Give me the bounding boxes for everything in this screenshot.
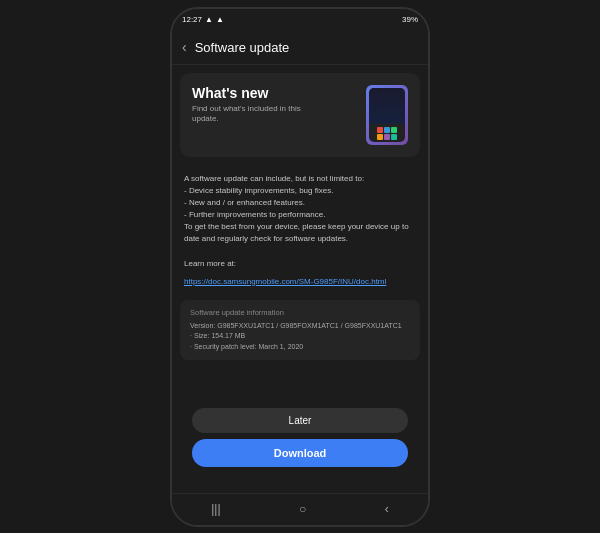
button-section: Later Download <box>172 400 428 475</box>
status-left: 12:27 ▲ ▲ <box>182 15 224 24</box>
later-button[interactable]: Later <box>192 408 408 433</box>
phone-inner <box>369 88 405 142</box>
nav-bar: ||| ○ ‹ <box>172 493 428 525</box>
app-dot-6 <box>391 134 397 140</box>
update-security-patch: · Security patch level: March 1, 2020 <box>190 342 410 353</box>
whats-new-text: What's new Find out what's included in t… <box>192 85 322 125</box>
whats-new-section: What's new Find out what's included in t… <box>180 73 420 157</box>
header-bar: ‹ Software update <box>172 31 428 65</box>
update-size: · Size: 154.17 MB <box>190 331 410 342</box>
home-nav-icon[interactable]: ○ <box>299 502 306 516</box>
whats-new-subtitle: Find out what's included in this update. <box>192 104 322 125</box>
phone-frame: 12:27 ▲ ▲ 39% ‹ Software update What's n… <box>170 7 430 527</box>
learn-more-link[interactable]: https://doc.samsungmobile.com/SM-G985F/I… <box>184 277 386 286</box>
app-dot-3 <box>391 127 397 133</box>
update-version: Version: G985FXXU1ATC1 / G985FOXM1ATC1 /… <box>190 321 410 332</box>
menu-nav-icon[interactable]: ||| <box>211 502 220 516</box>
status-time: 12:27 <box>182 15 202 24</box>
description-text: A software update can include, but is no… <box>184 173 416 245</box>
update-info-title: Software update information <box>190 308 410 317</box>
status-right: 39% <box>402 15 418 24</box>
whats-new-heading: What's new <box>192 85 322 101</box>
description-section: A software update can include, but is no… <box>172 165 428 253</box>
phone-apps-grid <box>375 125 399 142</box>
app-dot-2 <box>384 127 390 133</box>
download-button[interactable]: Download <box>192 439 408 467</box>
app-dot-5 <box>384 134 390 140</box>
app-dot-1 <box>377 127 383 133</box>
signal-icon: ▲ <box>216 15 224 24</box>
learn-more-label: Learn more at: <box>184 259 416 268</box>
phone-screen <box>369 88 405 124</box>
learn-more-section: Learn more at: https://doc.samsungmobile… <box>172 253 428 294</box>
wifi-icon: ▲ <box>205 15 213 24</box>
app-dot-4 <box>377 134 383 140</box>
battery-level: 39% <box>402 15 418 24</box>
back-nav-icon[interactable]: ‹ <box>385 502 389 516</box>
back-button[interactable]: ‹ <box>182 39 187 55</box>
status-bar: 12:27 ▲ ▲ 39% <box>172 9 428 31</box>
update-info-section: Software update information Version: G98… <box>180 300 420 361</box>
page-title: Software update <box>195 40 290 55</box>
phone-image-illustration <box>366 85 408 145</box>
